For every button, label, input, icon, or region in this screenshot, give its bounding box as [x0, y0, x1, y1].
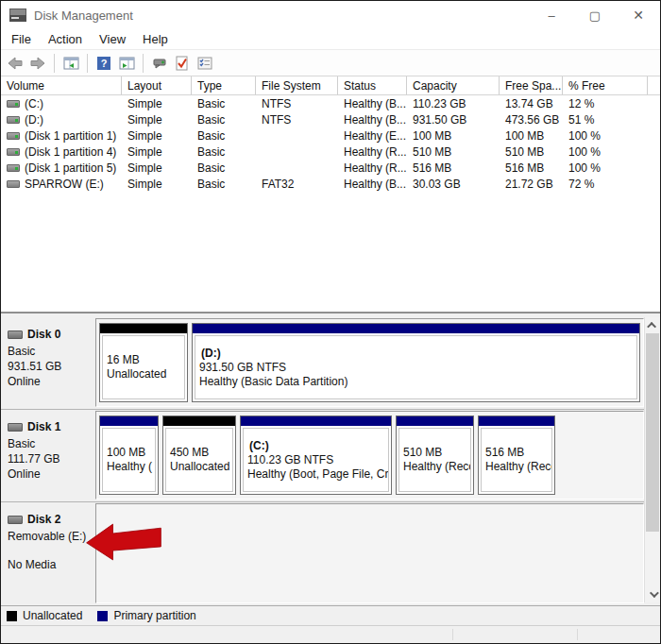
disk-name: Disk 1	[27, 420, 60, 433]
cell-file-system: NTFS	[256, 95, 338, 111]
scrollbar-up-button[interactable]	[645, 317, 660, 333]
cell-volume: SPARROW (E:)	[25, 178, 104, 191]
volume-icon	[7, 132, 20, 140]
volume-icon	[7, 148, 20, 156]
show-hide-console-icon[interactable]	[117, 54, 136, 73]
partition-color-band	[100, 324, 187, 333]
column-header-status[interactable]: Status	[338, 76, 407, 94]
forward-icon[interactable]	[28, 54, 47, 73]
cell-free-space: 516 MB	[500, 160, 563, 176]
cell-capacity: 100 MB	[407, 127, 500, 144]
disk2-label[interactable]: Disk 2 Removable (E:) No Media	[1, 502, 95, 605]
cell-status: Healthy (R...	[338, 160, 407, 176]
disk-icon	[8, 423, 23, 432]
legend-label: Primary partition	[113, 609, 195, 622]
disk0-label[interactable]: Disk 0 Basic 931.51 GB Online	[1, 317, 95, 409]
disk-popup-icon[interactable]	[150, 54, 169, 73]
volume-icon	[7, 164, 20, 172]
disk-kind: Basic	[8, 436, 92, 451]
column-header-file-system[interactable]: File System	[256, 76, 338, 94]
legend-primary-partition: Primary partition	[97, 609, 195, 622]
partition-recovery-1[interactable]: 510 MB Healthy (Reco	[396, 415, 474, 495]
cell-capacity: 931.50 GB	[407, 111, 500, 127]
disk-kind: Removable (E:)	[8, 529, 92, 544]
cell-free-space: 21.72 GB	[500, 176, 563, 192]
partition-recovery-2[interactable]: 516 MB Healthy (Reco	[478, 415, 555, 495]
scrollbar-thumb[interactable]	[646, 333, 659, 532]
volume-icon	[7, 116, 20, 124]
menu-view[interactable]: View	[91, 29, 134, 49]
table-row[interactable]: SPARROW (E:) Simple Basic FAT32 Healthy …	[1, 176, 660, 192]
column-header-filler	[648, 76, 660, 94]
cell-status: Healthy (B...	[338, 176, 407, 192]
cell-volume: (Disk 1 partition 1)	[25, 129, 116, 143]
cell-status: Healthy (B...	[338, 95, 407, 111]
disk-size: 111.77 GB	[8, 451, 92, 466]
check-disk-icon[interactable]	[173, 54, 192, 73]
partition-status: Healthy (Reco	[403, 460, 466, 474]
column-header-free-space[interactable]: Free Spa...	[500, 76, 563, 94]
minimize-button[interactable]: –	[530, 1, 573, 29]
disk1-label[interactable]: Disk 1 Basic 111.77 GB Online	[1, 410, 95, 501]
table-row[interactable]: (C:) Simple Basic NTFS Healthy (B... 110…	[1, 95, 660, 111]
cell-pct-free: 12 %	[563, 95, 648, 111]
partition-status: Healthy (	[107, 460, 151, 474]
table-row[interactable]: (Disk 1 partition 1) Simple Basic Health…	[1, 127, 660, 144]
cell-layout: Simple	[122, 95, 192, 111]
disk-size: 931.51 GB	[8, 359, 92, 374]
cell-layout: Simple	[122, 160, 192, 176]
legend-unallocated: Unallocated	[7, 609, 82, 622]
menu-help[interactable]: Help	[134, 29, 177, 49]
partition-size: 100 MB	[107, 446, 151, 460]
volume-icon	[7, 100, 20, 108]
legend-label: Unallocated	[23, 609, 82, 622]
partition-unallocated[interactable]: 450 MB Unallocated	[162, 415, 236, 495]
vertical-scrollbar[interactable]	[644, 317, 660, 602]
partition-color-band	[193, 324, 639, 333]
maximize-button[interactable]: ▢	[573, 1, 617, 29]
column-header-type[interactable]: Type	[192, 76, 256, 94]
menu-file[interactable]: File	[3, 29, 40, 49]
disk-icon	[8, 330, 23, 339]
volume-list: Volume Layout Type File System Status Ca…	[1, 76, 660, 312]
cell-layout: Simple	[122, 127, 192, 144]
console-tree-icon[interactable]	[61, 54, 80, 73]
partition-status: Healthy (Boot, Page File, Cra	[247, 467, 384, 482]
back-icon[interactable]	[6, 54, 25, 73]
table-row[interactable]: (D:) Simple Basic NTFS Healthy (B... 931…	[1, 111, 660, 127]
partition-color-band	[479, 416, 554, 426]
disk-status: Online	[8, 374, 92, 389]
column-header-pct-free[interactable]: % Free	[563, 76, 648, 94]
toolbar-separator	[143, 54, 144, 73]
cell-file-system	[256, 160, 338, 176]
partition-size: 931.50 GB NTFS	[199, 361, 633, 375]
cell-type: Basic	[192, 111, 256, 127]
partition-status: Healthy (Basic Data Partition)	[199, 375, 633, 389]
statusbar-divider	[577, 629, 578, 640]
partition-system[interactable]: 100 MB Healthy (	[99, 415, 159, 495]
partition-c[interactable]: (C:) 110.23 GB NTFS Healthy (Boot, Page …	[240, 415, 392, 495]
table-row[interactable]: (Disk 1 partition 5) Simple Basic Health…	[1, 160, 660, 176]
cell-type: Basic	[192, 95, 256, 111]
partition-unallocated[interactable]: 16 MB Unallocated	[99, 323, 188, 402]
task-list-icon[interactable]	[195, 54, 214, 73]
help-icon[interactable]: ?	[94, 54, 113, 73]
status-bar	[1, 625, 660, 643]
disk-kind: Basic	[8, 344, 92, 359]
partition-title: (D:)	[199, 347, 633, 361]
statusbar-divider	[452, 629, 453, 640]
legend-bar: Unallocated Primary partition	[1, 605, 660, 625]
column-header-layout[interactable]: Layout	[122, 76, 192, 94]
partition-status: Unallocated	[170, 460, 229, 474]
partition-status: Unallocated	[107, 367, 180, 381]
partition-d[interactable]: (D:) 931.50 GB NTFS Healthy (Basic Data …	[192, 323, 640, 402]
column-header-capacity[interactable]: Capacity	[407, 76, 500, 94]
cell-volume: (D:)	[25, 113, 43, 127]
menu-action[interactable]: Action	[40, 29, 91, 49]
table-row[interactable]: (Disk 1 partition 4) Simple Basic Health…	[1, 144, 660, 160]
disk2-graphic[interactable]	[95, 503, 644, 603]
close-button[interactable]: ✕	[617, 1, 660, 29]
scrollbar-down-button[interactable]	[645, 586, 660, 602]
column-header-volume[interactable]: Volume	[1, 76, 122, 94]
cell-pct-free: 72 %	[563, 176, 648, 192]
